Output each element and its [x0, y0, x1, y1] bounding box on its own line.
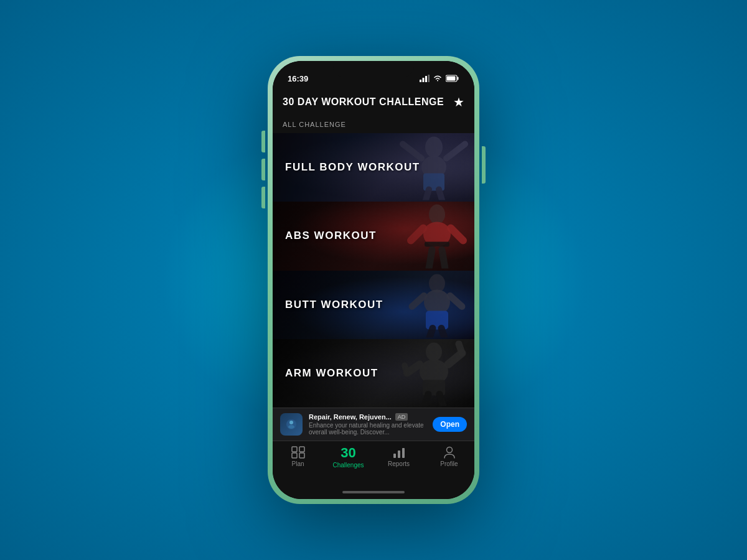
svg-rect-44	[393, 454, 396, 458]
tab-challenges-label: Challenges	[332, 462, 364, 469]
ad-banner: Repair, Renew, Rejuven... AD Enhance you…	[273, 408, 474, 441]
tab-reports[interactable]: Reports	[374, 446, 424, 467]
svg-point-38	[289, 421, 293, 424]
workout-label-arm: ARM WORKOUT	[273, 367, 378, 380]
ad-text-container: Repair, Renew, Rejuven... AD Enhance you…	[309, 413, 426, 436]
tab-plan-label: Plan	[291, 460, 304, 467]
app-screen: 16:39	[273, 61, 474, 499]
stemcell-icon	[285, 418, 298, 431]
phone-screen-container: 16:39	[273, 61, 474, 499]
tab-reports-label: Reports	[388, 460, 410, 467]
workout-card-arm[interactable]: ARM WORKOUT	[273, 339, 474, 408]
status-time: 16:39	[288, 74, 308, 83]
favorite-button[interactable]: ★	[453, 95, 464, 110]
svg-rect-3	[428, 75, 430, 82]
profile-icon	[443, 446, 456, 459]
svg-rect-42	[292, 453, 297, 458]
ad-description: Enhance your natural healing and elevate…	[309, 422, 426, 436]
svg-point-47	[446, 447, 452, 453]
battery-icon	[446, 75, 459, 82]
workout-label-abs: ABS WORKOUT	[273, 230, 377, 242]
workout-label-butt: BUTT WORKOUT	[273, 299, 383, 311]
ad-title: Repair, Renew, Rejuven... AD	[309, 413, 426, 421]
phone-device: 16:39	[268, 56, 479, 504]
svg-rect-1	[423, 78, 425, 82]
workout-list: FULL BODY WORKOUT	[273, 133, 474, 408]
svg-rect-5	[458, 77, 459, 80]
svg-rect-40	[292, 447, 297, 452]
svg-rect-0	[420, 80, 421, 82]
workout-card-butt[interactable]: BUTT WORKOUT	[273, 271, 474, 339]
ad-open-button[interactable]: Open	[433, 417, 467, 432]
notch	[333, 61, 414, 77]
svg-rect-2	[425, 76, 427, 82]
status-bar: 16:39	[273, 61, 474, 88]
workout-label-full-body: FULL BODY WORKOUT	[273, 161, 420, 174]
challenges-number: 30	[341, 446, 355, 460]
tab-plan[interactable]: Plan	[273, 446, 323, 467]
wifi-icon	[433, 75, 443, 82]
phone-frame: 16:39	[268, 56, 479, 504]
svg-rect-6	[447, 77, 456, 81]
card-overlay-arm: ARM WORKOUT	[273, 339, 474, 408]
svg-point-39	[288, 425, 294, 429]
section-label: ALL CHALLENGE	[273, 117, 474, 133]
workout-card-full-body[interactable]: FULL BODY WORKOUT	[273, 133, 474, 202]
home-indicator	[273, 485, 474, 499]
ad-icon	[280, 413, 303, 436]
plan-icon	[291, 446, 305, 459]
app-title: 30 DAY WORKOUT CHALLENGE	[283, 96, 444, 108]
svg-rect-43	[299, 453, 304, 458]
svg-rect-41	[299, 447, 304, 452]
signal-icon	[420, 75, 430, 82]
tab-bar: Plan 30 Challenges Report	[273, 441, 474, 485]
tab-profile[interactable]: Profile	[424, 446, 474, 467]
reports-icon	[393, 446, 405, 459]
card-overlay-full-body: FULL BODY WORKOUT	[273, 133, 474, 202]
tab-challenges[interactable]: 30 Challenges	[323, 446, 374, 469]
svg-rect-46	[402, 448, 405, 458]
tab-profile-label: Profile	[440, 460, 458, 467]
card-overlay-abs: ABS WORKOUT	[273, 202, 474, 270]
ad-badge: AD	[395, 413, 408, 421]
card-overlay-butt: BUTT WORKOUT	[273, 271, 474, 339]
home-bar	[342, 491, 405, 493]
status-icons	[420, 75, 459, 82]
svg-rect-45	[398, 450, 400, 458]
workout-card-abs[interactable]: ABS WORKOUT	[273, 202, 474, 270]
app-header: 30 DAY WORKOUT CHALLENGE ★	[273, 88, 474, 117]
